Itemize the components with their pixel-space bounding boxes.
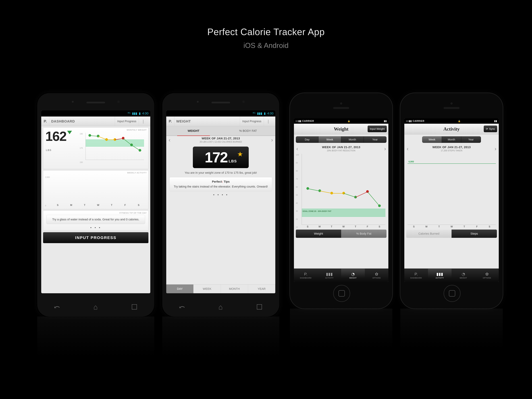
seg-month[interactable]: Month xyxy=(341,136,364,143)
metric-segment: Weight % Body Fat xyxy=(296,229,386,238)
tab-dashboard[interactable]: P.DASHBOARD xyxy=(294,269,318,282)
tips-card[interactable]: Perfect: Tips Try taking the stairs inst… xyxy=(170,177,272,191)
card-label: WEEKLY ACTIVITY xyxy=(127,171,147,174)
tab-weight[interactable]: ◔WEIGHT xyxy=(341,269,365,282)
prev-week-button[interactable]: ‹ xyxy=(169,137,170,143)
home-button[interactable] xyxy=(443,285,461,302)
prev-week-button[interactable]: ‹ xyxy=(296,146,298,152)
clock-icon: ◔ xyxy=(462,272,465,276)
range-segment: Day Week Month Year xyxy=(296,136,386,143)
monthly-weight-card[interactable]: MONTHLY WEIGHT 162 LBS 190175150 xyxy=(43,127,148,169)
next-week-button[interactable]: › xyxy=(495,146,496,152)
carrier-label: CARRIER xyxy=(412,120,424,122)
recent-icon[interactable]: ☐ xyxy=(131,303,138,311)
trend-down-icon xyxy=(67,131,72,134)
tip-card[interactable]: FITNESS TIP OF THE DAY Try a glass of wa… xyxy=(43,210,148,231)
card-label: FITNESS TIP OF THE DAY xyxy=(120,212,147,214)
home-icon[interactable]: ⌂ xyxy=(218,303,223,311)
tab-dashboard[interactable]: P.DASHBOARD xyxy=(404,269,428,282)
range-month[interactable]: MONTH xyxy=(221,285,248,293)
metric-segment: Calories Burned Steps xyxy=(406,229,497,238)
tab-activity[interactable]: ▮▮▮ACTIVITY xyxy=(428,269,452,282)
android-status-bar: ⁴ᴳ ▮▮▮ ▮ 4:00 xyxy=(41,110,150,116)
back-icon[interactable]: ⤺ xyxy=(54,303,60,311)
nav-bar: Weight Input Weight xyxy=(294,124,388,134)
seg-day[interactable]: Day xyxy=(296,136,318,143)
range-tabs: DAY WEEK MONTH YEAR xyxy=(166,284,275,293)
signal-icon: ▪▪▪▮▮ xyxy=(406,120,412,122)
back-icon[interactable]: ⤺ xyxy=(179,303,185,311)
input-weight-button[interactable]: Input Weight xyxy=(367,126,387,132)
seg-year[interactable]: Year xyxy=(461,136,481,143)
battery-icon: ▮▮ xyxy=(384,120,387,122)
page-dots[interactable]: • • • xyxy=(43,226,148,230)
battery-icon: ▮ xyxy=(264,112,266,115)
overflow-menu-icon[interactable]: ⋮ xyxy=(264,116,275,126)
lock-icon: 🔒 xyxy=(458,120,461,122)
range-day[interactable]: DAY xyxy=(166,285,194,293)
week-nav: ‹ WEEK OF JAN 21-27, 2013 20% BODY FAT R… xyxy=(294,145,388,153)
logo-icon: P. xyxy=(415,272,418,276)
tab-options[interactable]: ✿OPTIONS xyxy=(475,269,499,282)
app-logo[interactable]: P. xyxy=(166,116,174,126)
input-progress-cta[interactable]: INPUT PROGRESS xyxy=(43,232,148,243)
reflection xyxy=(290,309,392,348)
tab-bar: P.DASHBOARD ▮▮▮ACTIVITY ◔WEIGHT ✿OPTIONS xyxy=(294,269,388,282)
reflection xyxy=(400,309,503,348)
range-segment: Week Month Year xyxy=(422,136,481,143)
overflow-menu-icon[interactable]: ⋮ xyxy=(139,116,150,126)
range-week[interactable]: WEEK xyxy=(194,285,221,293)
week-sub: 17,200 STEPS TAKEN xyxy=(432,150,471,152)
android-nav-keys: ⤺ ⌂ ☐ xyxy=(162,303,279,311)
android-status-bar: ⁴ᴳ ▮▮▮ ▮ 4:00 xyxy=(166,110,275,116)
home-button[interactable] xyxy=(333,285,350,302)
page-title: Perfect Calorie Tracker App xyxy=(0,27,532,37)
week-nav: ‹ WEEK OF JAN 21-27, 2013 20 LBS LOST | … xyxy=(166,136,275,144)
week-label: WEEK OF JAN 21-27, 2013 xyxy=(200,137,242,140)
app-logo[interactable]: P. xyxy=(41,116,49,126)
sync-button[interactable]: ⟳Sync xyxy=(484,126,497,132)
seg-month[interactable]: Month xyxy=(442,136,461,143)
tab-weight[interactable]: Weight xyxy=(296,229,341,238)
next-week-button[interactable]: › xyxy=(384,146,386,152)
page-subtitle: iOS & Android xyxy=(0,41,532,50)
front-camera xyxy=(450,102,453,105)
tab-weight[interactable]: ◔WEIGHT xyxy=(451,269,475,282)
next-week-button[interactable]: › xyxy=(271,137,273,143)
weekly-activity-card[interactable]: WEEKLY ACTIVITY 2,0000 SMTWTFS xyxy=(43,170,148,209)
week-nav: ‹ WEEK OF JAN 21-27, 2013 17,200 STEPS T… xyxy=(404,145,499,153)
weight-message: You are in your weight zone of 170 to 17… xyxy=(166,171,275,175)
seg-week[interactable]: Week xyxy=(318,136,341,143)
reflection xyxy=(37,317,154,356)
input-progress-button[interactable]: Input Progress xyxy=(240,116,264,126)
recent-icon[interactable]: ☐ xyxy=(256,303,263,311)
sensor-dot xyxy=(197,101,199,103)
steps-chart: 6,900 SMTWTFS xyxy=(406,154,497,228)
range-year[interactable]: YEAR xyxy=(248,285,275,293)
seg-week[interactable]: Week xyxy=(422,136,442,143)
battery-icon: ▮▮ xyxy=(494,120,497,122)
home-icon[interactable]: ⌂ xyxy=(93,303,98,311)
tab-activity[interactable]: ▮▮▮ACTIVITY xyxy=(318,269,341,282)
tip-text: Try taking the stairs instead of the ele… xyxy=(174,185,268,188)
lock-icon: 🔒 xyxy=(348,120,350,122)
screen-title: Weight xyxy=(334,126,348,132)
tab-calories[interactable]: Calories Burned xyxy=(406,229,451,238)
earpiece xyxy=(86,102,105,103)
earpiece xyxy=(443,107,460,109)
prev-week-button[interactable]: ‹ xyxy=(407,146,408,152)
tab-weight[interactable]: WEIGHT xyxy=(166,126,221,136)
seg-year[interactable]: Year xyxy=(364,136,386,143)
tab-body-fat[interactable]: % Body Fat xyxy=(341,229,386,238)
screen-title: DASHBOARD xyxy=(49,119,115,123)
tab-body-fat[interactable]: % BODY FAT xyxy=(221,126,275,136)
clock-icon: ◔ xyxy=(351,272,355,276)
earpiece xyxy=(333,107,349,109)
sensor-dot xyxy=(72,101,74,103)
tab-steps[interactable]: Steps xyxy=(451,229,497,238)
page-dots[interactable]: • • • • xyxy=(166,193,275,197)
tab-options[interactable]: ✿OPTIONS xyxy=(365,269,388,282)
screen-title: WEIGHT xyxy=(174,119,240,123)
input-progress-button[interactable]: Input Progress xyxy=(115,116,139,126)
screen-title: Activity xyxy=(443,126,460,132)
